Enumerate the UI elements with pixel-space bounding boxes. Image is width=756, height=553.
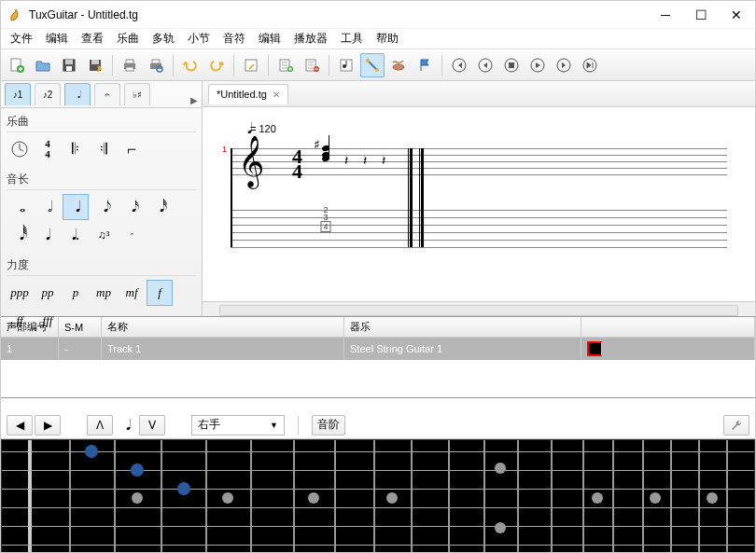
new-file-button[interactable] [5, 53, 29, 77]
section-song-title: 乐曲 [7, 112, 196, 132]
dotted-button[interactable]: 𝅘𝅥. [35, 222, 61, 248]
dyn-mp-button[interactable]: mp [91, 280, 117, 306]
side-tab-key[interactable]: ♭♯ [124, 83, 150, 105]
score-canvas[interactable]: 𝅘𝅥 = 120 1 𝄞 4 4 [203, 107, 755, 301]
remove-track-button[interactable] [300, 53, 324, 77]
svg-point-22 [393, 64, 404, 70]
view-tab-button[interactable] [360, 53, 385, 77]
svg-rect-9 [126, 67, 133, 71]
col-header-instrument[interactable]: 器乐 [344, 317, 581, 337]
half-note-button[interactable]: 𝅗𝅥 [35, 194, 61, 220]
minimize-button[interactable]: ─ [654, 6, 677, 24]
side-tab-note[interactable]: 𝅘𝅥 [64, 83, 91, 105]
dyn-mf-button[interactable]: mf [119, 280, 145, 306]
dur-down-button[interactable]: ᐯ [139, 415, 165, 435]
player-stop-button[interactable] [499, 53, 524, 77]
tie-button[interactable]: 𝆣 [119, 222, 145, 248]
sixteenth-note-button[interactable]: 𝅘𝅥𝅯 [119, 194, 145, 220]
svg-rect-26 [509, 62, 514, 68]
thirtysecond-note-button[interactable]: 𝅘𝅥𝅰 [147, 194, 173, 220]
view-score-button[interactable] [334, 53, 358, 77]
track-color-swatch[interactable] [587, 341, 602, 356]
time-sig-button[interactable]: 44 [35, 136, 61, 162]
menu-help[interactable]: 帮助 [372, 29, 402, 48]
sixtyfourth-note-button[interactable]: 𝅘𝅥𝅱 [7, 222, 33, 248]
hand-select[interactable]: 右手 ▼ [191, 415, 285, 435]
save-as-button[interactable] [83, 53, 107, 77]
dyn-pp-button[interactable]: pp [35, 280, 61, 306]
track-number: 1 [1, 338, 59, 360]
whole-note-button[interactable]: 𝅝 [7, 194, 33, 220]
side-tab-edit1[interactable]: ♪1 [5, 83, 31, 105]
section-duration-title: 音长 [7, 170, 196, 190]
menu-file[interactable]: 文件 [7, 29, 36, 48]
undo-button[interactable] [178, 53, 203, 77]
horizontal-scrollbar[interactable] [203, 301, 755, 316]
view-mixed-button[interactable] [386, 53, 411, 77]
side-tab-edit2[interactable]: ♪2 [35, 83, 61, 105]
svg-rect-13 [245, 60, 257, 71]
track-table: 声部编号 S-M 名称 器乐 1 - Track 1 Steel String … [1, 316, 755, 398]
save-button[interactable] [57, 53, 81, 77]
document-tabs: *Untitled.tg ✕ [203, 81, 755, 107]
scale-button[interactable]: 音阶 [312, 415, 345, 435]
menu-view[interactable]: 查看 [77, 29, 107, 48]
menu-edit2[interactable]: 编辑 [255, 29, 285, 48]
menu-player[interactable]: 播放器 [290, 29, 331, 48]
ending-button[interactable]: ⌐ [119, 136, 145, 162]
add-track-button[interactable] [273, 53, 298, 77]
repeat-close-button[interactable]: 𝄇 [91, 136, 117, 162]
tuplet-button[interactable]: ♫³ [91, 222, 117, 248]
side-tab-chevron-icon[interactable]: ▶ [190, 95, 198, 105]
svg-rect-4 [66, 66, 72, 71]
menu-note[interactable]: 音符 [219, 29, 249, 48]
hand-select-label: 右手 [198, 417, 220, 433]
double-dotted-button[interactable]: 𝅘𝅥.. [63, 222, 89, 248]
redo-button[interactable] [204, 53, 229, 77]
player-prev-button[interactable] [473, 53, 497, 77]
quarter-note-button[interactable]: 𝅘𝅥 [63, 194, 89, 220]
dyn-ppp-button[interactable]: ppp [7, 280, 33, 306]
side-panel: ♪1 ♪2 𝅘𝅥 𝄐 ♭♯ ▶ 乐曲 44 𝄆 𝄇 ⌐ 音长 𝅝 𝅗𝅥 � [1, 81, 203, 316]
col-header-sm[interactable]: S-M [59, 317, 102, 337]
player-first-button[interactable] [447, 53, 471, 77]
player-last-button[interactable] [578, 53, 602, 77]
main-toolbar [1, 49, 755, 81]
col-header-name[interactable]: 名称 [102, 317, 344, 337]
settings-button[interactable] [723, 415, 749, 435]
menu-track[interactable]: 多轨 [148, 29, 178, 48]
document-tab[interactable]: *Untitled.tg ✕ [208, 84, 288, 104]
nav-left-button[interactable]: ◀ [7, 415, 33, 435]
track-instrument: Steel String Guitar 1 [344, 338, 581, 360]
dur-up-button[interactable]: ᐱ [87, 415, 113, 435]
open-button[interactable] [31, 53, 55, 77]
player-play-button[interactable] [525, 53, 550, 77]
menu-edit[interactable]: 编辑 [42, 29, 72, 48]
section-dynamics-title: 力度 [7, 256, 196, 276]
print-preview-button[interactable] [144, 53, 168, 77]
treble-clef-icon: 𝄞 [238, 135, 264, 188]
maximize-button[interactable]: ☐ [690, 6, 712, 24]
track-row[interactable]: 1 - Track 1 Steel String Guitar 1 [1, 338, 755, 360]
dyn-p-button[interactable]: p [63, 280, 89, 306]
eighth-note-button[interactable]: 𝅘𝅥𝅮 [91, 194, 117, 220]
properties-button[interactable] [239, 53, 263, 77]
close-tab-icon[interactable]: ✕ [273, 90, 280, 100]
nav-right-button[interactable]: ▶ [35, 415, 61, 435]
col-header-color[interactable] [581, 317, 755, 337]
print-button[interactable] [118, 53, 142, 77]
menu-tools[interactable]: 工具 [337, 29, 367, 48]
repeat-open-button[interactable]: 𝄆 [63, 136, 89, 162]
tempo-button[interactable] [7, 136, 33, 162]
menu-song[interactable]: 乐曲 [113, 29, 143, 48]
marker-button[interactable] [413, 53, 437, 77]
col-header-number[interactable]: 声部编号 [1, 317, 59, 337]
player-next-button[interactable] [552, 53, 576, 77]
chevron-down-icon: ▼ [270, 421, 278, 430]
fretboard[interactable]: // handled after data-bind script [1, 439, 755, 553]
close-button[interactable]: ✕ [725, 6, 748, 24]
menu-measure[interactable]: 小节 [184, 29, 214, 48]
dyn-f-button[interactable]: f [147, 280, 173, 306]
svg-rect-8 [126, 60, 133, 63]
side-tab-beam[interactable]: 𝄐 [94, 83, 120, 105]
